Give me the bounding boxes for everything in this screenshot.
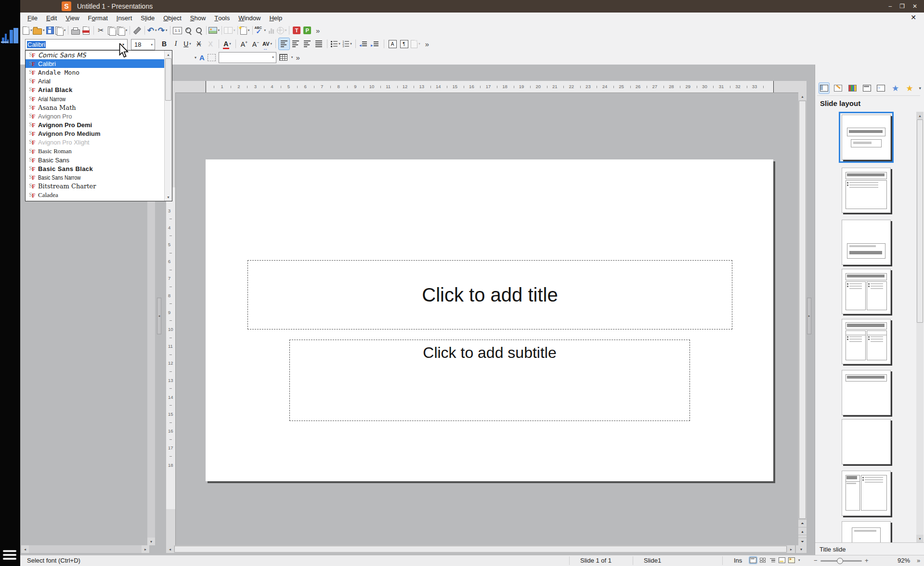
scrollbar-options-button[interactable]: ▾ <box>795 545 807 553</box>
align-right-button[interactable] <box>302 38 312 50</box>
sidebar-menu-arrow[interactable]: ▾ <box>919 86 921 91</box>
menu-object[interactable]: Object <box>159 13 186 23</box>
print-icon[interactable] <box>70 25 81 36</box>
copy-icon[interactable] <box>106 25 117 36</box>
clone-formatting-icon[interactable] <box>132 25 143 36</box>
shrink-font-button[interactable]: A <box>250 38 261 50</box>
close-button[interactable]: ✕ <box>912 3 917 10</box>
animation-star-icon[interactable]: ★ <box>890 83 900 93</box>
find-icon[interactable] <box>194 25 204 36</box>
menu-edit[interactable]: Edit <box>42 13 61 23</box>
favorites-star-icon[interactable]: ★ <box>905 83 915 93</box>
font-item-bitstream-charter[interactable]: SFBitstream Charter <box>26 182 172 191</box>
zoom-out-button[interactable]: − <box>814 557 818 564</box>
object-dropdown-arrow[interactable]: ▾ <box>195 55 196 60</box>
layout-thumbnail-title-slide[interactable] <box>842 115 891 160</box>
align-center-button[interactable] <box>290 38 301 50</box>
menu-window[interactable]: Window <box>234 13 265 23</box>
font-size-combo[interactable]: 18▾ <box>131 39 155 50</box>
table-grid-icon[interactable] <box>279 54 287 61</box>
subtitle-placeholder[interactable]: Click to add subtitle <box>289 340 690 421</box>
increase-indent-button[interactable] <box>370 38 381 50</box>
slide-canvas[interactable]: Click to add title Click to add subtitle <box>206 159 773 481</box>
canvas-vertical-scrollbar[interactable]: ▴ ⏶ ▴ ● ▾ ⏷ <box>798 92 807 545</box>
zoom-slider-thumb[interactable] <box>837 558 843 564</box>
menu-help[interactable]: Help <box>265 13 286 23</box>
menu-view[interactable]: View <box>61 13 83 23</box>
strikethrough-button[interactable]: X <box>194 38 204 50</box>
start-slideshow-icon[interactable] <box>788 557 795 564</box>
font-item-arial[interactable]: SFArial <box>26 77 172 86</box>
cut-icon[interactable]: ✂ <box>96 25 106 36</box>
char-spacing-button[interactable]: AV▾ <box>262 38 273 50</box>
menu-file[interactable]: File <box>23 13 42 23</box>
export-pdf-icon[interactable] <box>81 25 91 36</box>
canvas-horizontal-scrollbar[interactable]: ◂ ▸ <box>166 545 795 553</box>
gallery-icon[interactable] <box>847 83 858 93</box>
font-item-avignon-pro-xlight[interactable]: SFAvignon Pro Xlight <box>26 138 172 147</box>
layout-thumbnail-vertical-title-content[interactable] <box>842 471 891 516</box>
save-copy-icon[interactable]: ▾ <box>55 25 66 36</box>
font-item-asana-math[interactable]: SFAsana Math <box>26 103 172 112</box>
font-name-input[interactable]: Calibri ▾ <box>25 39 128 50</box>
notes-view-icon[interactable] <box>778 557 786 564</box>
menu-show[interactable]: Show <box>186 13 210 23</box>
minimize-button[interactable]: – <box>888 3 892 10</box>
standard-overflow-icon[interactable]: » <box>312 25 323 36</box>
previous-slide-button[interactable]: ⏶ <box>798 519 807 527</box>
align-left-button[interactable] <box>279 38 289 50</box>
table-grid-arrow[interactable]: ▾ <box>291 55 293 59</box>
normal-view-icon[interactable] <box>749 557 757 564</box>
spellcheck-icon[interactable]: ABC✓▾ <box>255 25 266 36</box>
font-item-basic-sans-narrow[interactable]: SFBasic Sans Narrow <box>26 173 172 182</box>
zoom-level[interactable]: 92% <box>898 557 910 564</box>
outline-view-icon[interactable] <box>768 557 776 564</box>
save-icon[interactable] <box>45 25 55 36</box>
underline-button[interactable]: U▾ <box>182 38 193 50</box>
paste-icon[interactable]: ▾ <box>117 25 128 36</box>
panel-horizontal-scrollbar[interactable]: ◂▸ <box>21 545 149 553</box>
layout-thumbnail-blank[interactable] <box>842 419 891 464</box>
textmaker-icon[interactable]: T <box>291 25 302 36</box>
font-item-arial-black[interactable]: SFArial Black <box>26 86 172 94</box>
italic-button[interactable]: I <box>170 38 181 50</box>
menu-hamburger-icon[interactable] <box>3 550 16 561</box>
frame-icon[interactable] <box>208 54 216 61</box>
grow-font-button[interactable]: A <box>239 38 249 50</box>
scroll-up-button[interactable]: ▴ <box>798 527 807 535</box>
font-item-avignon-pro-medium[interactable]: SFAvignon Pro Medium <box>26 130 172 138</box>
slide-name[interactable]: Slide1 <box>644 557 661 564</box>
font-item-basic-sans[interactable]: SFBasic Sans <box>26 156 172 164</box>
view-options-arrow[interactable]: ▾ <box>798 558 800 562</box>
formatting-overflow-icon[interactable]: » <box>422 38 432 50</box>
font-item-arial-narrow[interactable]: SFArial Narrow <box>26 94 172 103</box>
undo-icon[interactable]: ↶▾ <box>147 25 157 36</box>
font-item-andale-mono[interactable]: SFAndale Mono <box>26 68 172 77</box>
layout-thumbnail-title-only[interactable] <box>842 370 891 415</box>
numbered-list-button[interactable]: 123▾ <box>342 38 352 50</box>
object-style-combo[interactable]: ▾ <box>219 52 276 63</box>
new-document-icon[interactable]: ▾ <box>22 25 33 36</box>
right-splitter-handle[interactable]: ▸ <box>807 298 811 334</box>
insert-image-icon[interactable]: ▾ <box>208 25 220 36</box>
menu-format[interactable]: Format <box>84 13 112 23</box>
slide-position[interactable]: Slide 1 of 1 <box>580 557 612 564</box>
bullet-list-button[interactable]: ▾ <box>330 38 341 50</box>
font-item-avignon-pro-demi[interactable]: SFAvignon Pro Demi <box>26 121 172 130</box>
insert-mode-indicator[interactable]: Ins <box>734 557 742 564</box>
character-dialog-button[interactable]: A <box>387 38 398 50</box>
font-item-calibri[interactable]: SFCalibri <box>26 59 172 68</box>
menu-insert[interactable]: Insert <box>112 13 137 23</box>
menu-slide[interactable]: Slide <box>136 13 159 23</box>
open-icon[interactable]: ▾ <box>33 25 45 36</box>
new-slide-icon[interactable]: ★▾ <box>240 25 250 36</box>
decrease-indent-button[interactable] <box>359 38 369 50</box>
zoom-100-icon[interactable]: 1:1 <box>172 25 183 36</box>
next-slide-button[interactable]: ⏷ <box>798 538 807 546</box>
planmaker-icon[interactable]: P <box>302 25 312 36</box>
layout-thumbnail-title-content[interactable] <box>842 168 891 213</box>
restore-button[interactable]: ❐ <box>899 3 905 10</box>
font-item-basic-sans-black[interactable]: SFBasic Sans Black <box>26 164 172 173</box>
navigator-icon[interactable] <box>876 83 886 93</box>
statusbar-overflow-icon[interactable]: » <box>917 557 920 564</box>
